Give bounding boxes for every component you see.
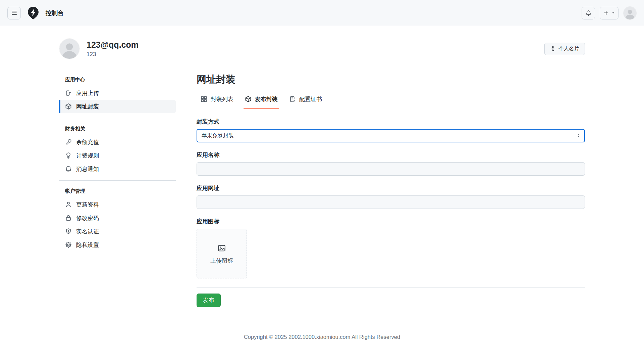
sidebar-item-billing-rules[interactable]: 计费规则 — [59, 149, 176, 162]
sidebar-item-app-upload[interactable]: 应用上传 — [59, 86, 176, 100]
app-url-input[interactable] — [197, 195, 585, 209]
publish-button[interactable]: 发布 — [197, 294, 221, 307]
lightning-pin-logo[interactable] — [26, 6, 40, 20]
sidebar-item-label: 应用上传 — [76, 89, 99, 97]
sidebar-divider — [59, 180, 176, 181]
package-icon — [65, 103, 72, 110]
gear-icon — [65, 241, 72, 248]
create-new-button[interactable] — [600, 7, 619, 19]
lock-icon — [65, 215, 72, 221]
package-method-select[interactable]: 苹果免签封装 — [197, 129, 585, 142]
sidebar-section-title: 帐户管理 — [59, 185, 176, 198]
bell-icon — [586, 10, 591, 16]
shield-check-icon — [65, 228, 72, 235]
upload-icon-text: 上传图标 — [210, 257, 233, 265]
profile-header: 123@qq.com 123 个人名片 — [59, 38, 585, 59]
lightbulb-icon — [65, 152, 72, 159]
tab-configure-certificate[interactable]: 配置证书 — [285, 91, 326, 109]
sidebar-item-label: 实名认证 — [76, 228, 99, 235]
sidebar-item-url-package[interactable]: 网址封装 — [59, 100, 176, 113]
app-title: 控制台 — [46, 9, 64, 17]
tab-label: 配置证书 — [299, 95, 322, 103]
tab-bar: 封装列表 发布封装 — [197, 91, 585, 109]
main-content: 网址封装 封装列表 — [197, 73, 585, 307]
sidebar-section-title: 财务相关 — [59, 123, 176, 135]
sidebar-item-notifications[interactable]: 消息通知 — [59, 162, 176, 176]
tab-label: 发布封装 — [255, 95, 278, 103]
footer-copyright: Copyright © 2025 2002.1000.xiaomiou.com … — [0, 334, 644, 340]
sidebar-section-title: 应用中心 — [59, 74, 176, 86]
tab-package-list[interactable]: 封装列表 — [197, 91, 237, 109]
sidebar-item-label: 修改密码 — [76, 214, 99, 222]
sidebar-item-label: 消息通知 — [76, 165, 99, 173]
sidebar-item-label: 隐私设置 — [76, 241, 99, 249]
profile-username: 123 — [87, 51, 139, 58]
form-divider — [197, 287, 585, 287]
grid-icon — [201, 96, 207, 102]
personal-card-label: 个人名片 — [558, 45, 579, 52]
hamburger-icon — [11, 10, 17, 16]
personal-card-button[interactable]: 个人名片 — [544, 43, 585, 55]
sidebar-item-label: 余额充值 — [76, 138, 99, 146]
sidebar-item-privacy-settings[interactable]: 隐私设置 — [59, 238, 176, 252]
bell-icon — [65, 166, 72, 172]
sidebar-item-balance-recharge[interactable]: 余额充值 — [59, 135, 176, 149]
notifications-button[interactable] — [582, 7, 595, 19]
menu-button[interactable] — [7, 7, 21, 19]
package-icon — [245, 96, 252, 102]
package-method-label: 封装方式 — [197, 118, 585, 126]
sidebar-item-update-profile[interactable]: 更新资料 — [59, 198, 176, 211]
certificate-icon — [289, 96, 296, 102]
upload-icon-dropzone[interactable]: 上传图标 — [197, 229, 247, 278]
app-icon-label: 应用图标 — [197, 218, 585, 225]
profile-avatar — [59, 38, 80, 59]
sidebar: 应用中心 应用上传 网址封装 — [59, 73, 176, 307]
sidebar-item-change-password[interactable]: 修改密码 — [59, 211, 176, 225]
page-title: 网址封装 — [197, 73, 585, 86]
sidebar-divider — [59, 118, 176, 118]
sidebar-item-label: 更新资料 — [76, 201, 99, 209]
header-avatar[interactable] — [623, 6, 637, 20]
profile-email: 123@qq.com — [87, 40, 139, 50]
app-name-input[interactable] — [197, 162, 585, 176]
app-name-label: 应用名称 — [197, 151, 585, 159]
sidebar-item-realname-auth[interactable]: 实名认证 — [59, 225, 176, 238]
sidebar-item-label: 网址封装 — [76, 103, 99, 110]
person-icon — [65, 201, 72, 208]
top-bar: 控制台 — [0, 0, 644, 26]
key-icon — [65, 139, 72, 145]
accessibility-icon — [550, 46, 556, 52]
tab-label: 封装列表 — [211, 95, 233, 103]
plus-icon — [603, 10, 609, 16]
app-url-label: 应用网址 — [197, 184, 585, 192]
sidebar-item-label: 计费规则 — [76, 152, 99, 160]
image-icon — [217, 244, 226, 253]
tab-publish-package[interactable]: 发布封装 — [241, 91, 282, 109]
caret-down-icon — [611, 11, 615, 15]
app-upload-icon — [65, 90, 72, 96]
